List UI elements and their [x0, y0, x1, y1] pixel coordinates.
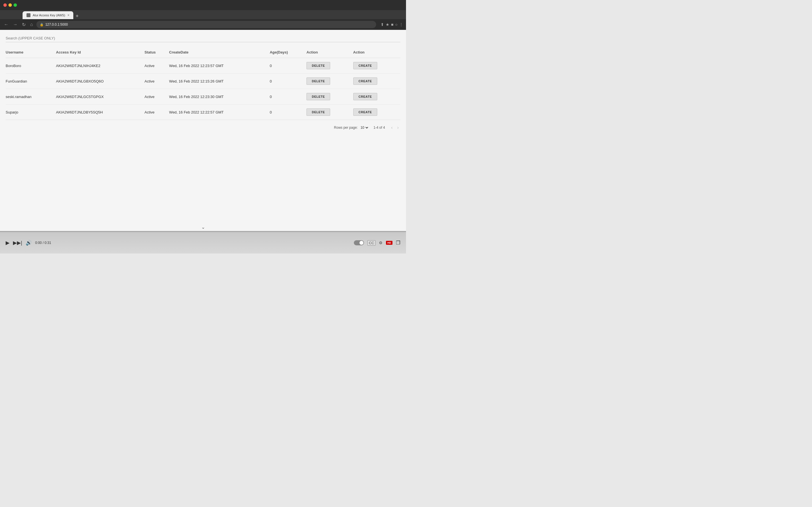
cell-status: Active — [145, 89, 169, 105]
video-player-bar: ▶ ▶▶| 🔊 0:00 / 0:31 CC ⚙ HD ❐ — [0, 231, 406, 253]
table-row: FunGuardian AKIA2W6DTJNLGBXO5Q6O Active … — [6, 73, 400, 89]
search-input[interactable] — [6, 34, 400, 42]
next-page-button[interactable]: › — [396, 124, 400, 131]
cell-action-delete: DELETE — [306, 89, 353, 105]
home-button[interactable]: ⌂ — [29, 21, 34, 28]
cell-access-key-id: AKIA2W6DTJNLGBXO5Q6O — [56, 73, 145, 89]
cell-create-date: Wed, 16 Feb 2022 12:23:30 GMT — [169, 89, 270, 105]
table-header-row: Username Access Key Id Status CreateDate… — [6, 48, 400, 58]
cell-action-create: CREATE — [353, 58, 400, 73]
player-controls: ▶ ▶▶| 🔊 0:00 / 0:31 CC ⚙ HD ❐ — [0, 232, 406, 253]
cell-age-days: 0 — [270, 105, 306, 120]
col-header-action2: Action — [353, 48, 400, 58]
cell-access-key-id: AKIA2W6DTJNLNIHJ4KE2 — [56, 58, 145, 73]
col-header-action1: Action — [306, 48, 353, 58]
cell-status: Active — [145, 58, 169, 73]
url-bar[interactable]: 🔒 127.0.0.1:5000 — [36, 21, 376, 28]
player-time-display: 0:00 / 0:31 — [35, 241, 51, 245]
player-right-controls: CC ⚙ HD ❐ — [354, 240, 400, 246]
cell-age-days: 0 — [270, 73, 306, 89]
col-header-username: Username — [6, 48, 56, 58]
cell-age-days: 0 — [270, 58, 306, 73]
delete-button[interactable]: DELETE — [306, 93, 330, 100]
cell-action-delete: DELETE — [306, 105, 353, 120]
page-content: Username Access Key Id Status CreateDate… — [0, 30, 406, 231]
cell-access-key-id: AKIA2W6DTJNLGC5TGPGX — [56, 89, 145, 105]
col-header-status: Status — [145, 48, 169, 58]
create-button[interactable]: CREATE — [353, 108, 377, 116]
tab-favicon-icon — [27, 13, 31, 17]
closed-captions-button[interactable]: CC — [367, 240, 375, 245]
table-row: Suparjo AKIA2W6DTJNLDBY5SQ5H Active Wed,… — [6, 105, 400, 120]
rows-per-page-control: Rows per page: 10 25 50 — [334, 125, 369, 130]
col-header-access-key-id: Access Key Id — [56, 48, 145, 58]
create-button[interactable]: CREATE — [353, 93, 377, 100]
delete-button[interactable]: DELETE — [306, 108, 330, 116]
bookmark-icon[interactable]: ★ — [386, 22, 389, 27]
cell-username: Suparjo — [6, 105, 56, 120]
new-tab-button[interactable]: + — [73, 13, 81, 19]
table-row: seski.ramadhan AKIA2W6DTJNLGC5TGPGX Acti… — [6, 89, 400, 105]
create-button[interactable]: CREATE — [353, 77, 377, 85]
cell-create-date: Wed, 16 Feb 2022 12:23:57 GMT — [169, 58, 270, 73]
browser-titlebar — [0, 0, 406, 10]
cell-status: Active — [145, 73, 169, 89]
pagination-nav: ‹ › — [389, 124, 400, 131]
cell-action-delete: DELETE — [306, 73, 353, 89]
panel-toggle-icon[interactable]: ⌄ — [201, 224, 205, 230]
fullscreen-button[interactable]: ❐ — [396, 240, 400, 246]
share-icon[interactable]: ⬆ — [380, 22, 384, 27]
cell-status: Active — [145, 105, 169, 120]
maximize-window-button[interactable] — [13, 3, 17, 7]
pause-toggle-knob — [359, 241, 363, 245]
cell-age-days: 0 — [270, 89, 306, 105]
create-button[interactable]: CREATE — [353, 62, 377, 69]
tab-bar: Atur Access Key (AWS) × + — [0, 10, 406, 19]
more-options-icon[interactable]: ⋮ — [399, 22, 403, 27]
cell-create-date: Wed, 16 Feb 2022 12:15:26 GMT — [169, 73, 270, 89]
skip-button[interactable]: ▶▶| — [13, 240, 22, 246]
volume-button[interactable]: 🔊 — [26, 240, 32, 246]
col-header-create-date: CreateDate — [169, 48, 270, 58]
rows-per-page-select[interactable]: 10 25 50 — [359, 125, 369, 130]
browser-toolbar-right: ⬆ ★ ■ ○ ⋮ — [380, 22, 403, 27]
cell-create-date: Wed, 16 Feb 2022 12:22:57 GMT — [169, 105, 270, 120]
tab-title: Atur Access Key (AWS) — [33, 13, 65, 17]
extensions-icon[interactable]: ■ — [391, 22, 393, 27]
pagination-range: 1-4 of 4 — [373, 126, 385, 129]
back-button[interactable]: ← — [3, 21, 10, 28]
player-settings-icon[interactable]: ⚙ — [379, 240, 383, 245]
close-window-button[interactable] — [3, 3, 7, 7]
pagination-bar: Rows per page: 10 25 50 1-4 of 4 ‹ › — [6, 120, 400, 133]
profile-icon[interactable]: ○ — [395, 22, 398, 27]
delete-button[interactable]: DELETE — [306, 62, 330, 69]
cell-action-create: CREATE — [353, 89, 400, 105]
address-bar: ← → ↻ ⌂ 🔒 127.0.0.1:5000 ⬆ ★ ■ ○ ⋮ — [0, 19, 406, 30]
cell-action-create: CREATE — [353, 73, 400, 89]
pause-toggle[interactable] — [354, 240, 364, 245]
cell-action-create: CREATE — [353, 105, 400, 120]
cell-username: BoroBoro — [6, 58, 56, 73]
minimize-window-button[interactable] — [8, 3, 12, 7]
prev-page-button[interactable]: ‹ — [389, 124, 394, 131]
tab-close-button[interactable]: × — [67, 13, 69, 17]
play-button[interactable]: ▶ — [6, 240, 10, 246]
table-row: BoroBoro AKIA2W6DTJNLNIHJ4KE2 Active Wed… — [6, 58, 400, 73]
col-header-age-days: Age(Days) — [270, 48, 306, 58]
hd-badge: HD — [386, 241, 393, 245]
rows-per-page-label: Rows per page: — [334, 126, 358, 129]
traffic-lights — [3, 3, 17, 7]
access-keys-table: Username Access Key Id Status CreateDate… — [6, 48, 400, 120]
forward-button[interactable]: → — [12, 21, 18, 28]
cell-action-delete: DELETE — [306, 58, 353, 73]
cell-access-key-id: AKIA2W6DTJNLDBY5SQ5H — [56, 105, 145, 120]
cell-username: seski.ramadhan — [6, 89, 56, 105]
url-text: 127.0.0.1:5000 — [45, 22, 68, 26]
video-progress-bar[interactable] — [0, 231, 406, 232]
browser-tab[interactable]: Atur Access Key (AWS) × — [22, 11, 73, 19]
reload-button[interactable]: ↻ — [21, 21, 27, 29]
cell-username: FunGuardian — [6, 73, 56, 89]
delete-button[interactable]: DELETE — [306, 77, 330, 85]
